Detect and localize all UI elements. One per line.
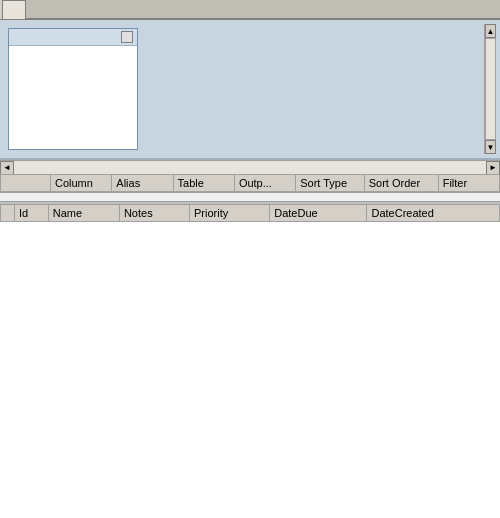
minimize-button[interactable] <box>121 31 133 43</box>
query-grid: Column Alias Table Outp... Sort Type Sor… <box>0 174 500 192</box>
col-header-sorttype[interactable]: Sort Type <box>296 175 365 192</box>
results-section: Id Name Notes Priority DateDue DateCreat… <box>0 202 500 518</box>
grid-header-row: Column Alias Table Outp... Sort Type Sor… <box>1 175 500 192</box>
tab-spacer <box>26 0 500 19</box>
inner-layout: ▲ ▼ ◄ ► Column Alias Table Outp... <box>0 20 500 518</box>
results-col-indicator <box>1 205 15 222</box>
table-fields <box>9 46 137 149</box>
col-header-table[interactable]: Table <box>173 175 234 192</box>
results-col-notes[interactable]: Notes <box>119 205 189 222</box>
scroll-track[interactable] <box>485 38 496 140</box>
scroll-down-btn[interactable]: ▼ <box>485 140 496 154</box>
h-scroll-diagram[interactable]: ◄ ► <box>0 160 500 174</box>
results-table: Id Name Notes Priority DateDue DateCreat… <box>0 204 500 222</box>
table-box <box>8 28 138 150</box>
diagram-section: ▲ ▼ <box>0 20 500 160</box>
row-indicator-header <box>1 175 51 192</box>
col-header-column[interactable]: Column <box>51 175 112 192</box>
col-header-output[interactable]: Outp... <box>234 175 295 192</box>
h-scroll-track[interactable] <box>14 161 486 174</box>
col-header-alias[interactable]: Alias <box>112 175 173 192</box>
sql-section <box>0 193 500 202</box>
results-col-priority[interactable]: Priority <box>189 205 269 222</box>
tab-bar <box>0 0 500 20</box>
grid-section: Column Alias Table Outp... Sort Type Sor… <box>0 174 500 193</box>
query-tab[interactable] <box>2 0 26 19</box>
results-col-id[interactable]: Id <box>15 205 49 222</box>
results-col-datedue[interactable]: DateDue <box>270 205 367 222</box>
main-content: ▲ ▼ ◄ ► Column Alias Table Outp... <box>0 20 500 518</box>
col-header-sortorder[interactable]: Sort Order <box>364 175 438 192</box>
h-scroll-right[interactable]: ► <box>486 161 500 175</box>
col-header-filter[interactable]: Filter <box>438 175 499 192</box>
results-col-name[interactable]: Name <box>48 205 119 222</box>
results-col-datecreated[interactable]: DateCreated <box>367 205 500 222</box>
right-scrollbar-top[interactable]: ▲ ▼ <box>484 24 496 154</box>
h-scroll-left[interactable]: ◄ <box>0 161 14 175</box>
results-header-row: Id Name Notes Priority DateDue DateCreat… <box>1 205 500 222</box>
table-box-header <box>9 29 137 46</box>
scroll-up-btn[interactable]: ▲ <box>485 24 496 38</box>
